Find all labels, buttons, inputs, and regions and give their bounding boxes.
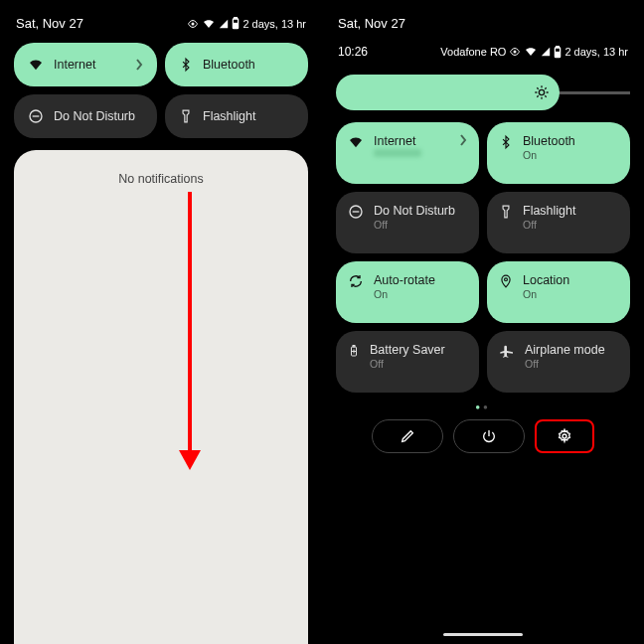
svg-rect-3 [234, 24, 238, 29]
svg-point-11 [505, 278, 508, 281]
status-bar: Sat, Nov 27 2 days, 13 hr [14, 8, 308, 37]
signal-icon [541, 46, 551, 58]
dnd-icon [28, 108, 44, 124]
qs-tiles: Internet Bluetooth Do Not Disturb Flashl… [14, 43, 308, 138]
tile-location[interactable]: LocationOn [487, 261, 630, 323]
tile-dnd[interactable]: Do Not DisturbOff [336, 192, 479, 253]
tile-label: Do Not Disturb [374, 204, 455, 219]
signal-icon [219, 18, 229, 30]
battery-icon [348, 343, 360, 359]
airplane-icon [499, 343, 515, 359]
status-time: 10:26 [338, 45, 368, 59]
svg-point-14 [563, 434, 566, 438]
notification-panel: No notifications [14, 150, 308, 644]
tile-sublabel: On [523, 288, 569, 301]
settings-button[interactable] [535, 419, 594, 453]
svg-rect-2 [235, 18, 238, 19]
chevron-right-icon [459, 134, 467, 146]
battery-text: 2 days, 13 hr [564, 46, 628, 58]
tile-sublabel: On [374, 288, 435, 301]
qs-tiles: Internet BluetoothOn Do Not DisturbOff F… [336, 122, 630, 393]
tile-label: Bluetooth [523, 134, 575, 149]
edit-button[interactable] [372, 419, 443, 453]
gear-icon [557, 428, 572, 444]
svg-rect-8 [556, 52, 560, 57]
notification-empty-text: No notifications [118, 172, 203, 186]
rotate-icon [348, 273, 364, 289]
tile-internet[interactable]: Internet [14, 43, 157, 86]
tile-sublabel: Off [525, 358, 605, 371]
pencil-icon [400, 428, 415, 444]
tile-battery-saver[interactable]: Battery SaverOff [336, 331, 479, 393]
svg-rect-7 [557, 46, 560, 47]
phone-right: Sat, Nov 27 10:26 Vodafone RO 2 days, 13… [322, 0, 644, 644]
flashlight-icon [499, 204, 513, 220]
status-icons: 2 days, 13 hr [187, 17, 306, 30]
svg-point-9 [539, 89, 544, 94]
brightness-slider[interactable] [336, 75, 630, 110]
tile-label: Internet [54, 58, 95, 72]
tile-internet[interactable]: Internet [336, 122, 479, 184]
tile-airplane[interactable]: Airplane modeOff [487, 331, 630, 393]
tile-dnd[interactable]: Do Not Disturb [14, 94, 157, 138]
status-bar-secondary: 10:26 Vodafone RO 2 days, 13 hr [336, 37, 630, 63]
home-indicator[interactable] [443, 633, 523, 636]
svg-point-0 [192, 22, 195, 25]
tile-sublabel: Off [374, 219, 455, 232]
tile-sublabel: On [523, 149, 575, 162]
eye-icon [187, 18, 199, 30]
wifi-status-icon [524, 46, 538, 58]
tile-label: Auto-rotate [374, 273, 435, 288]
tile-sublabel-blurred [374, 149, 421, 157]
tile-label: Internet [374, 134, 421, 149]
page-indicator: ●● [336, 402, 630, 411]
bluetooth-icon [499, 134, 513, 150]
eye-icon [509, 46, 521, 58]
wifi-icon [348, 134, 364, 150]
tile-label: Location [523, 273, 569, 288]
tile-label: Bluetooth [203, 58, 255, 72]
tile-label: Flashlight [203, 109, 256, 123]
phone-left: Sat, Nov 27 2 days, 13 hr Internet Bluet… [0, 0, 322, 644]
power-button[interactable] [453, 419, 525, 453]
power-icon [481, 428, 497, 444]
wifi-status-icon [202, 18, 216, 30]
tile-sublabel: Off [523, 219, 576, 232]
chevron-right-icon [135, 59, 143, 71]
battery-status-icon [232, 17, 240, 30]
battery-status-icon [554, 46, 562, 59]
tile-bluetooth[interactable]: Bluetooth [165, 43, 308, 86]
status-date: Sat, Nov 27 [16, 16, 83, 31]
tile-flashlight[interactable]: Flashlight [165, 94, 308, 138]
status-date: Sat, Nov 27 [338, 16, 405, 31]
tile-flashlight[interactable]: FlashlightOff [487, 192, 630, 253]
wifi-icon [28, 57, 44, 73]
svg-rect-13 [353, 346, 355, 348]
bluetooth-icon [179, 57, 193, 73]
location-icon [499, 273, 513, 289]
tile-label: Flashlight [523, 204, 576, 219]
tile-sublabel: Off [370, 358, 445, 371]
tile-label: Battery Saver [370, 343, 445, 358]
brightness-icon [534, 84, 550, 100]
status-bar: Sat, Nov 27 [336, 8, 630, 37]
bottom-buttons [336, 419, 630, 453]
tile-label: Airplane mode [525, 343, 605, 358]
carrier-name: Vodafone RO [440, 46, 506, 58]
dnd-icon [348, 204, 364, 220]
tile-label: Do Not Disturb [54, 109, 135, 123]
tile-bluetooth[interactable]: BluetoothOn [487, 122, 630, 184]
swipe-arrow-annotation [188, 192, 201, 470]
status-icons: Vodafone RO 2 days, 13 hr [440, 46, 628, 59]
battery-text: 2 days, 13 hr [242, 18, 306, 30]
svg-point-5 [514, 51, 517, 54]
flashlight-icon [179, 108, 193, 124]
tile-autorotate[interactable]: Auto-rotateOn [336, 261, 479, 323]
